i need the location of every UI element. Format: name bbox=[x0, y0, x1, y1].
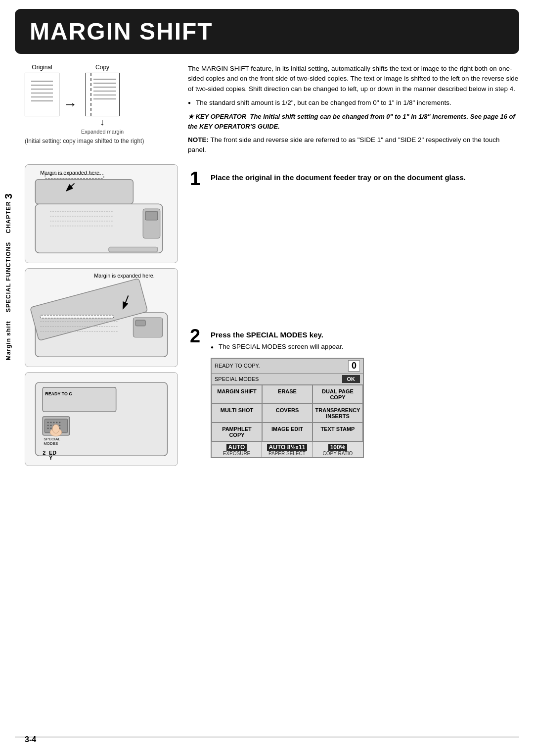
expanded-margin-label: Expanded margin bbox=[81, 129, 124, 135]
steps-content: 1 Place the original in the document fee… bbox=[190, 164, 519, 466]
original-lines-svg bbox=[27, 75, 57, 114]
step-2-content: Press the SPECIAL MODES key. The SPECIAL… bbox=[211, 327, 364, 458]
tp-dual-page-line2: COPY bbox=[315, 394, 360, 400]
main-content-top: Original → Copy bbox=[25, 64, 519, 155]
note-text: The front side and reverse side are refe… bbox=[188, 136, 500, 153]
tp-ready-bar: READY TO COPY. 0 bbox=[212, 359, 363, 374]
arrow-right-icon: → bbox=[63, 96, 77, 112]
step-2-number: 2 bbox=[190, 327, 205, 345]
tp-margin-shift-button[interactable]: MARGIN SHIFT bbox=[212, 385, 262, 404]
original-label: Original bbox=[32, 64, 52, 71]
tp-multi-shot-button[interactable]: MULTI SHOT bbox=[212, 404, 262, 423]
svg-text:MODES: MODES bbox=[44, 441, 58, 446]
svg-point-52 bbox=[47, 427, 49, 429]
initial-setting-text: (Initial setting: copy image shifted to … bbox=[25, 138, 178, 144]
step-1-number: 1 bbox=[190, 169, 205, 188]
sidebar-chapter-label: CHAPTER bbox=[5, 201, 12, 233]
tp-dual-page-button[interactable]: DUAL PAGE COPY bbox=[312, 385, 363, 404]
tp-text-stamp-button[interactable]: TEXT STAMP bbox=[312, 423, 363, 441]
step-1-title: Place the original in the document feede… bbox=[211, 172, 466, 183]
tp-covers-button[interactable]: COVERS bbox=[262, 404, 312, 423]
svg-rect-13 bbox=[35, 179, 133, 204]
step-1-content: Place the original in the document feede… bbox=[211, 169, 466, 183]
svg-point-51 bbox=[59, 425, 60, 426]
steps-section: Margin is expanded here. bbox=[25, 164, 519, 466]
tp-dual-page-line1: DUAL PAGE bbox=[315, 388, 360, 394]
original-box: Original bbox=[25, 64, 59, 116]
svg-text:READY TO C: READY TO C bbox=[45, 391, 72, 396]
tp-ratio-value: 100% bbox=[328, 444, 348, 451]
step-2-title: Press the SPECIAL MODES key. bbox=[211, 330, 364, 340]
svg-text:Margin is expanded here.: Margin is expanded here. bbox=[94, 272, 155, 278]
copy-rect bbox=[85, 73, 120, 116]
tp-transparency-line2: INSERTS bbox=[315, 413, 360, 419]
tp-copy-icon: 0 bbox=[348, 360, 360, 372]
step-1: 1 Place the original in the document fee… bbox=[190, 169, 519, 188]
tp-ratio-cell: 100% COPY RATIO bbox=[312, 442, 363, 457]
margin-line bbox=[90, 73, 91, 116]
key-op-label: KEY OPERATOR bbox=[196, 113, 247, 120]
svg-point-46 bbox=[59, 422, 60, 423]
page-title: MARGIN SHIFT bbox=[30, 18, 504, 45]
tp-exposure-cell: AUTO EXPOSURE bbox=[212, 442, 262, 457]
svg-text:Margin is expanded here.: Margin is expanded here. bbox=[40, 169, 101, 175]
machine-top-svg: Margin is expanded here. bbox=[25, 165, 178, 263]
machine-bot-svg: READY TO C SPECIAL bbox=[25, 373, 178, 466]
svg-text:2: 2 bbox=[43, 450, 45, 456]
tp-paper-cell: AUTO 8½x11 PAPER SELECT bbox=[262, 442, 312, 457]
svg-point-47 bbox=[47, 425, 49, 426]
svg-point-60 bbox=[52, 424, 59, 433]
tp-auto-value: AUTO bbox=[226, 444, 247, 451]
tp-pamphlet-copy-button[interactable]: PAMPHLET COPY bbox=[212, 423, 262, 441]
svg-text:Y: Y bbox=[49, 455, 53, 461]
original-rect bbox=[25, 73, 59, 116]
sidebar-subsection: Margin shift bbox=[5, 321, 12, 360]
star-icon: ★ bbox=[188, 113, 194, 120]
svg-text:SPECIAL: SPECIAL bbox=[44, 436, 60, 441]
tp-paper-value: AUTO 8½x11 bbox=[267, 444, 308, 451]
machine-diagram-top: Margin is expanded here. bbox=[25, 164, 178, 263]
page-number: 3-4 bbox=[25, 735, 36, 744]
svg-rect-23 bbox=[109, 247, 158, 252]
tp-transparency-inserts-button[interactable]: TRANSPARENCY INSERTS bbox=[312, 404, 363, 423]
machine-mid-svg: Margin is expanded here. bbox=[25, 269, 178, 367]
svg-point-42 bbox=[47, 422, 49, 423]
tp-button-grid: MARGIN SHIFT ERASE DUAL PAGE COPY MULTI … bbox=[212, 385, 363, 441]
svg-point-44 bbox=[53, 422, 55, 423]
note-label: NOTE: bbox=[188, 136, 209, 143]
orig-copy-diagram: Original → Copy bbox=[25, 64, 178, 135]
right-column: The MARGIN SHIFT feature, in its initial… bbox=[188, 64, 519, 155]
note-section: NOTE: The front side and reverse side ar… bbox=[188, 135, 519, 155]
description-text: The MARGIN SHIFT feature, in its initial… bbox=[188, 64, 519, 94]
svg-point-43 bbox=[50, 422, 52, 423]
tp-bottom-bar: AUTO EXPOSURE AUTO 8½x11 PAPER SELECT 10… bbox=[212, 441, 363, 457]
tp-transparency-line1: TRANSPARENCY bbox=[315, 407, 360, 413]
tp-ready-text: READY TO COPY. bbox=[215, 363, 260, 369]
tp-modes-bar: SPECIAL MODES OK bbox=[212, 374, 363, 385]
tp-image-edit-button[interactable]: IMAGE EDIT bbox=[262, 423, 312, 441]
touch-panel: READY TO COPY. 0 SPECIAL MODES OK MARGIN… bbox=[211, 358, 364, 458]
svg-point-45 bbox=[56, 422, 57, 423]
step-2-bullet: The SPECIAL MODES screen will appear. bbox=[211, 342, 364, 352]
bullet-item-1: The standard shift amount is 1/2", but c… bbox=[188, 98, 519, 108]
tp-exposure-label: EXPOSURE bbox=[214, 451, 260, 456]
tp-ratio-label: COPY RATIO bbox=[314, 451, 361, 456]
svg-rect-22 bbox=[145, 211, 158, 220]
tp-paper-label: PAPER SELECT bbox=[264, 451, 310, 456]
step-2: 2 Press the SPECIAL MODES key. The SPECI… bbox=[190, 327, 519, 458]
steps-images: Margin is expanded here. bbox=[25, 164, 178, 466]
bullet-list: The standard shift amount is 1/2", but c… bbox=[188, 98, 519, 108]
key-op-line: ★ KEY OPERATOR The initial shift setting… bbox=[188, 112, 519, 131]
down-arrow-icon: ↓ bbox=[100, 117, 105, 128]
svg-rect-31 bbox=[135, 320, 145, 326]
machine-diagram-bot: READY TO C SPECIAL bbox=[25, 372, 178, 466]
svg-rect-28 bbox=[40, 315, 114, 318]
sidebar: Margin shift SPECIAL FUNCTIONS CHAPTER 3 bbox=[0, 188, 17, 365]
sidebar-section: SPECIAL FUNCTIONS bbox=[5, 242, 12, 312]
page-divider bbox=[15, 737, 519, 738]
tp-ok-button[interactable]: OK bbox=[342, 375, 360, 383]
machine-diagram-mid: Margin is expanded here. bbox=[25, 268, 178, 367]
left-column: Original → Copy bbox=[25, 64, 178, 155]
page-header: MARGIN SHIFT bbox=[15, 9, 519, 54]
tp-erase-button[interactable]: ERASE bbox=[262, 385, 312, 404]
